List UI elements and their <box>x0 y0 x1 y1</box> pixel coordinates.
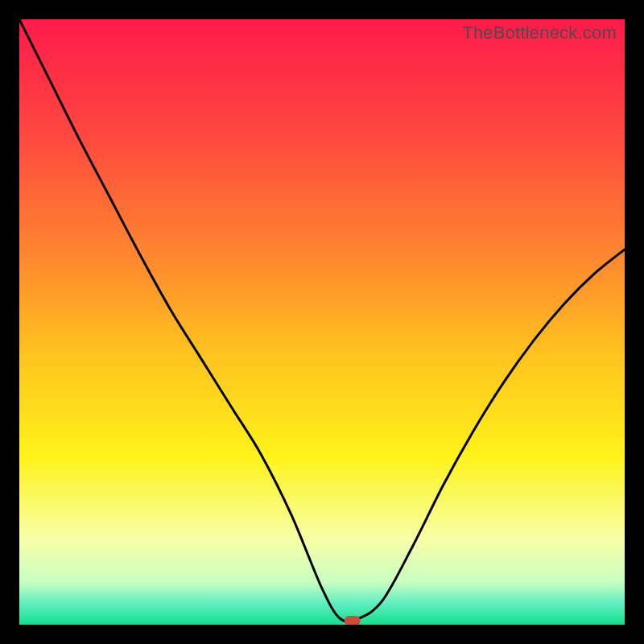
chart-stage: TheBottleneck.com <box>0 0 644 644</box>
watermark-label: TheBottleneck.com <box>462 23 617 43</box>
bottleneck-curve <box>19 19 625 625</box>
chart-plot-area: TheBottleneck.com <box>19 19 625 625</box>
curve-path <box>19 19 625 621</box>
minimum-marker <box>345 616 361 625</box>
